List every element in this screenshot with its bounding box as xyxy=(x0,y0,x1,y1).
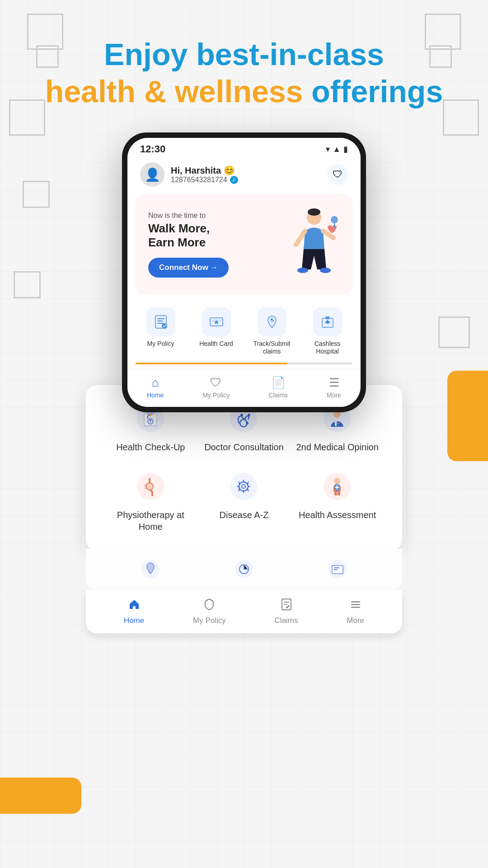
connect-now-button[interactable]: Connect Now → xyxy=(148,258,229,278)
header-offerings: offerings xyxy=(311,74,443,108)
svg-rect-6 xyxy=(157,318,164,319)
progress-divider xyxy=(136,363,352,364)
service-peek-3 xyxy=(295,558,380,580)
outer-claims-label: Claims xyxy=(275,616,298,625)
signal-icon: ▲ xyxy=(333,145,341,154)
services-peek xyxy=(86,549,402,590)
quick-actions-grid: My Policy Health Card xyxy=(127,304,361,363)
track-claims-icon xyxy=(258,307,286,336)
peek-icon-1 xyxy=(141,558,160,580)
service-health-assessment[interactable]: Health Assessment xyxy=(295,471,380,533)
more-nav-label: More xyxy=(327,392,341,399)
second-opinion-label: 2nd Medical Opinion xyxy=(296,441,378,453)
banner-title: Walk More,Earn More xyxy=(148,222,229,250)
runner-illustration xyxy=(285,204,343,285)
outer-nav-more[interactable]: More xyxy=(347,598,364,625)
phone-screen: 12:30 ▾ ▲ ▮ 👤 Hi, Harshita 😊 128765 xyxy=(127,138,361,407)
shield-health-icon: 🛡 xyxy=(333,169,343,180)
header-wellness: health & wellness xyxy=(45,74,303,108)
outer-policy-icon xyxy=(202,598,216,614)
status-bar: 12:30 ▾ ▲ ▮ xyxy=(127,138,361,158)
header-section: Enjoy best-in-class health & wellness of… xyxy=(45,36,443,110)
svg-rect-15 xyxy=(325,321,330,323)
health-assessment-label: Health Assessment xyxy=(299,509,376,521)
action-track-claims[interactable]: Track/Submit claims xyxy=(247,307,297,355)
service-peek-2 xyxy=(202,558,286,580)
services-grid: Health Check-Up Doctor Consultation xyxy=(108,403,380,533)
action-cashless-hospital[interactable]: Cashless Hospital xyxy=(302,307,352,355)
phone-mockup: 12:30 ▾ ▲ ▮ 👤 Hi, Harshita 😊 128765 xyxy=(122,132,366,412)
my-policy-icon xyxy=(146,307,175,336)
service-physiotherapy[interactable]: Physiotherapy at Home xyxy=(108,471,193,533)
cashless-hospital-label: Cashless Hospital xyxy=(302,340,352,355)
outer-more-icon xyxy=(349,598,362,614)
service-disease-az[interactable]: Disease A-Z xyxy=(202,471,286,533)
track-claims-label: Track/Submit claims xyxy=(247,340,297,355)
peek-icon-3 xyxy=(328,558,347,580)
action-health-card[interactable]: Health Card xyxy=(191,307,241,355)
home-nav-label: Home xyxy=(147,392,164,399)
outer-home-icon xyxy=(127,598,141,614)
outer-more-label: More xyxy=(347,616,364,625)
svg-point-1 xyxy=(308,208,320,216)
claims-nav-label: Claims xyxy=(268,392,288,399)
my-policy-label: My Policy xyxy=(147,340,174,348)
avatar: 👤 xyxy=(140,162,164,187)
service-peek-1 xyxy=(108,558,193,580)
app-header: 👤 Hi, Harshita 😊 12876543281724 ✓ 🛡 xyxy=(127,158,361,194)
outer-policy-label: My Policy xyxy=(193,616,226,625)
nav-claims[interactable]: 📄 Claims xyxy=(268,376,288,399)
svg-rect-51 xyxy=(284,604,287,605)
nav-more[interactable]: ☰ More xyxy=(327,376,341,399)
user-phone: 12876543281724 ✓ xyxy=(171,176,238,184)
bottom-nav: ⌂ Home 🛡 My Policy 📄 Claims ☰ More xyxy=(127,369,361,407)
promo-banner: Now is the time to Walk More,Earn More C… xyxy=(136,194,352,295)
health-checkup-label: Health Check-Up xyxy=(116,441,185,453)
outer-nav-home[interactable]: Home xyxy=(124,598,144,625)
svg-rect-41 xyxy=(338,492,340,495)
nav-home[interactable]: ⌂ Home xyxy=(147,376,164,399)
health-card-label: Health Card xyxy=(199,340,233,348)
outer-home-label: Home xyxy=(124,616,144,625)
notification-button[interactable]: 🛡 xyxy=(327,164,348,185)
home-nav-icon: ⌂ xyxy=(152,376,159,390)
disease-az-label: Disease A-Z xyxy=(220,509,269,521)
svg-point-25 xyxy=(240,414,243,416)
svg-rect-50 xyxy=(284,602,289,603)
banner-text: Now is the time to Walk More,Earn More C… xyxy=(148,212,229,278)
svg-rect-8 xyxy=(157,323,164,324)
cashless-hospital-icon xyxy=(313,307,342,336)
svg-rect-47 xyxy=(334,567,339,568)
svg-rect-54 xyxy=(351,607,360,608)
claims-nav-icon: 📄 xyxy=(271,376,286,390)
status-time: 12:30 xyxy=(140,143,165,155)
doctor-consultation-label: Doctor Consultation xyxy=(204,441,284,453)
svg-point-4 xyxy=(331,216,338,223)
peek-icon-2 xyxy=(234,558,254,580)
banner-subtitle: Now is the time to xyxy=(148,212,229,220)
outer-bottom-nav: Home My Policy Claims xyxy=(86,590,402,633)
svg-rect-52 xyxy=(351,601,360,603)
policy-nav-label: My Policy xyxy=(202,392,230,399)
outer-nav-claims[interactable]: Claims xyxy=(275,598,298,625)
disease-az-icon xyxy=(229,471,258,503)
svg-point-36 xyxy=(242,485,245,488)
action-my-policy[interactable]: My Policy xyxy=(136,307,186,355)
nav-my-policy[interactable]: 🛡 My Policy xyxy=(202,376,230,399)
policy-nav-icon: 🛡 xyxy=(210,376,222,390)
verified-icon: ✓ xyxy=(230,176,238,184)
svg-rect-13 xyxy=(326,316,329,319)
orange-accent-left xyxy=(0,778,81,814)
wifi-icon: ▾ xyxy=(326,144,330,154)
user-info: 👤 Hi, Harshita 😊 12876543281724 ✓ xyxy=(140,162,238,187)
more-nav-icon: ☰ xyxy=(329,376,339,390)
svg-rect-48 xyxy=(334,569,338,570)
svg-point-24 xyxy=(246,422,249,425)
svg-rect-7 xyxy=(157,321,163,321)
user-details: Hi, Harshita 😊 12876543281724 ✓ xyxy=(171,165,238,184)
svg-point-2 xyxy=(297,268,308,273)
header-line1: Enjoy best-in-class xyxy=(45,36,443,73)
health-assessment-icon xyxy=(323,471,352,503)
outer-claims-icon xyxy=(280,598,293,614)
outer-nav-policy[interactable]: My Policy xyxy=(193,598,226,625)
